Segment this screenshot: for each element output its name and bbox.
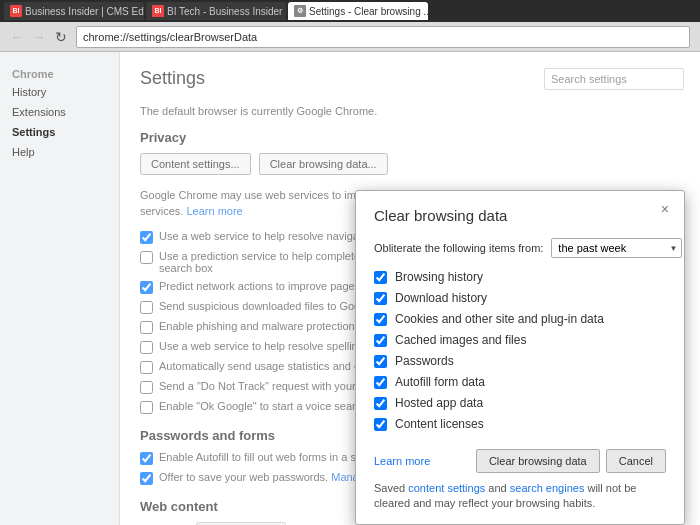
- cb-content-licenses[interactable]: [374, 418, 387, 431]
- back-button[interactable]: ←: [6, 26, 28, 48]
- tab-1[interactable]: BI Business Insider | CMS Ed... ×: [4, 2, 144, 20]
- cb-cookies[interactable]: [374, 313, 387, 326]
- cb-hosted-app[interactable]: [374, 397, 387, 410]
- cb-cached[interactable]: [374, 334, 387, 347]
- tab2-favicon: BI: [152, 5, 164, 17]
- privacy-buttons: Content settings... Clear browsing data.…: [140, 153, 680, 175]
- time-range-select-wrapper: the past week the past hour the past day…: [551, 238, 682, 258]
- dialog-cb-browsing-history: Browsing history: [374, 270, 666, 284]
- dialog-buttons: Clear browsing data Cancel: [476, 449, 666, 473]
- dialog-cb-cookies: Cookies and other site and plug-in data: [374, 312, 666, 326]
- sidebar: Chrome History Extensions Settings Help: [0, 52, 120, 525]
- clear-browsing-data-button[interactable]: Clear browsing data: [476, 449, 600, 473]
- clear-browsing-button[interactable]: Clear browsing data...: [259, 153, 388, 175]
- search-engines-link[interactable]: search engines: [510, 482, 585, 494]
- sidebar-item-settings[interactable]: Settings: [0, 122, 119, 142]
- tab-2[interactable]: BI BI Tech - Business Insider ×: [146, 2, 286, 20]
- checkbox-spelling[interactable]: [140, 341, 153, 354]
- tab3-label: Settings - Clear browsing ...: [309, 6, 428, 17]
- dialog-learn-more-link[interactable]: Learn more: [374, 455, 430, 467]
- tab3-favicon: ⚙: [294, 5, 306, 17]
- checkbox-dnt[interactable]: [140, 381, 153, 394]
- dialog-cb-passwords: Passwords: [374, 354, 666, 368]
- cb-browsing-history[interactable]: [374, 271, 387, 284]
- title-bar: BI Business Insider | CMS Ed... × BI BI …: [0, 0, 700, 22]
- search-settings-input[interactable]: [544, 68, 684, 90]
- dialog-cb-autofill: Autofill form data: [374, 375, 666, 389]
- learn-more-link[interactable]: Learn more: [186, 205, 242, 217]
- sidebar-item-extensions[interactable]: Extensions: [0, 102, 119, 122]
- forward-button[interactable]: →: [28, 26, 50, 48]
- checkbox-nav[interactable]: [140, 231, 153, 244]
- clear-browsing-dialog: Clear browsing data × Obliterate the fol…: [355, 190, 685, 525]
- content-settings-button[interactable]: Content settings...: [140, 153, 251, 175]
- dialog-close-button[interactable]: ×: [656, 199, 674, 219]
- nav-bar: ← → ↻: [0, 22, 700, 52]
- time-range-select[interactable]: the past week the past hour the past day…: [551, 238, 682, 258]
- obliterate-label: Obliterate the following items from:: [374, 242, 543, 254]
- checkbox-suspicious[interactable]: [140, 301, 153, 314]
- checkbox-phishing[interactable]: [140, 321, 153, 334]
- sidebar-heading: Chrome: [0, 62, 119, 82]
- tab-3[interactable]: ⚙ Settings - Clear browsing ... ×: [288, 2, 428, 20]
- dialog-footer: Learn more Clear browsing data Cancel Sa…: [374, 441, 666, 512]
- dialog-footer-top: Learn more Clear browsing data Cancel: [374, 449, 666, 473]
- reload-button[interactable]: ↻: [50, 26, 72, 48]
- checkbox-predict[interactable]: [140, 251, 153, 264]
- dialog-cb-cached: Cached images and files: [374, 333, 666, 347]
- checkbox-okgoogle[interactable]: [140, 401, 153, 414]
- cancel-button[interactable]: Cancel: [606, 449, 666, 473]
- cb-download-history[interactable]: [374, 292, 387, 305]
- checkbox-autofill-forms[interactable]: [140, 452, 153, 465]
- cb-passwords[interactable]: [374, 355, 387, 368]
- sidebar-item-help[interactable]: Help: [0, 142, 119, 162]
- checkbox-network[interactable]: [140, 281, 153, 294]
- dialog-cb-download-history: Download history: [374, 291, 666, 305]
- font-size-select[interactable]: Medium: [196, 522, 286, 526]
- checkbox-stats[interactable]: [140, 361, 153, 374]
- time-range-row: Obliterate the following items from: the…: [374, 238, 666, 258]
- address-bar[interactable]: [76, 26, 690, 48]
- dialog-cb-content-licenses: Content licenses: [374, 417, 666, 431]
- sidebar-item-history[interactable]: History: [0, 82, 119, 102]
- tab1-favicon: BI: [10, 5, 22, 17]
- checkbox-save-passwords[interactable]: [140, 472, 153, 485]
- dialog-note: Saved content settings and search engine…: [374, 481, 666, 512]
- content-settings-link[interactable]: content settings: [408, 482, 485, 494]
- default-browser-note: The default browser is currently Google …: [140, 103, 680, 120]
- tab2-label: BI Tech - Business Insider: [167, 6, 282, 17]
- privacy-title: Privacy: [140, 130, 680, 145]
- dialog-title: Clear browsing data: [374, 207, 666, 224]
- tab1-label: Business Insider | CMS Ed...: [25, 6, 144, 17]
- cb-autofill[interactable]: [374, 376, 387, 389]
- dialog-cb-hosted-app: Hosted app data: [374, 396, 666, 410]
